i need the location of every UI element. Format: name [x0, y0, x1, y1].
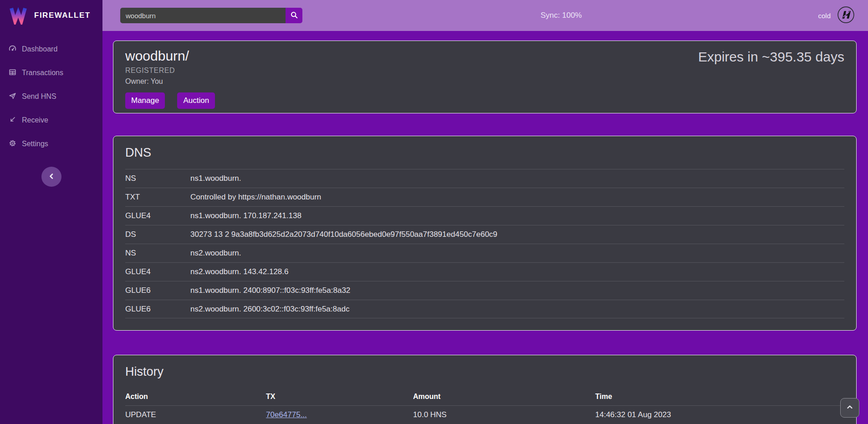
- wallet-name-label: cold: [818, 12, 831, 20]
- firewallet-logo-icon: [8, 5, 28, 26]
- sidebar-item-settings[interactable]: Settings: [0, 132, 102, 156]
- sidebar-collapse-button[interactable]: [41, 167, 61, 187]
- send-plane-icon: [9, 92, 16, 102]
- sidebar-item-label: Settings: [22, 140, 48, 148]
- dns-record-type: GLUE4: [125, 267, 190, 276]
- sidebar-item-label: Dashboard: [22, 45, 57, 53]
- main-area: woodburn/ REGISTERED Owner: You Manage A…: [102, 31, 868, 424]
- topbar: Sync: 100% cold: [102, 0, 868, 31]
- history-col-action: Action: [125, 393, 266, 401]
- dns-record-type: GLUE6: [125, 305, 190, 314]
- domain-info: woodburn/ REGISTERED Owner: You Manage A…: [125, 48, 215, 106]
- dns-card: DNS NS ns1.woodburn. TXT Controlled by h…: [113, 136, 857, 331]
- sync-status: Sync: 100%: [541, 11, 582, 20]
- dns-record-value: ns1.woodburn. 2400:8907::f03c:93ff:fe5a:…: [190, 286, 844, 295]
- wallet-switcher: cold: [818, 5, 855, 26]
- dns-record-row: NS ns1.woodburn.: [125, 169, 844, 188]
- dns-card-title: DNS: [125, 146, 844, 160]
- history-col-time: Time: [595, 393, 844, 401]
- dns-record-row: GLUE6 ns1.woodburn. 2400:8907::f03c:93ff…: [125, 281, 844, 300]
- table-icon: [9, 68, 16, 78]
- history-col-tx: TX: [266, 393, 413, 401]
- handshake-logo-icon[interactable]: [837, 5, 855, 26]
- domain-name-title: woodburn/: [125, 48, 215, 64]
- dns-record-row: GLUE4 ns1.woodburn. 170.187.241.138: [125, 206, 844, 225]
- sidebar-item-label: Receive: [22, 116, 48, 124]
- arrow-down-left-icon: [9, 116, 16, 125]
- manage-button[interactable]: Manage: [125, 92, 165, 109]
- dns-record-value: ns2.woodburn. 2600:3c02::f03c:93ff:fe5a:…: [190, 305, 844, 314]
- search-icon: [290, 11, 298, 20]
- content-column: Sync: 100% cold woodburn/ REGISTERED Own…: [102, 0, 868, 424]
- history-card: History Action TX Amount Time UPDATE 70e…: [113, 355, 857, 424]
- sidebar-item-dashboard[interactable]: Dashboard: [0, 37, 102, 61]
- scroll-to-top-button[interactable]: [840, 398, 859, 418]
- sidebar: FIREWALLET Dashboard Transactions: [0, 0, 102, 424]
- dns-record-value: 30273 13 2 9a3a8fb3d625d2a2073d740f10da6…: [190, 230, 844, 239]
- domain-card: woodburn/ REGISTERED Owner: You Manage A…: [113, 41, 857, 113]
- search-input[interactable]: [120, 8, 286, 23]
- dns-record-row: DS 30273 13 2 9a3a8fb3d625d2a2073d740f10…: [125, 225, 844, 244]
- history-action: UPDATE: [125, 410, 266, 419]
- history-amount: 10.0 HNS: [413, 410, 595, 419]
- dns-record-type: TXT: [125, 193, 190, 202]
- sidebar-item-receive[interactable]: Receive: [0, 108, 102, 132]
- sidebar-item-label: Transactions: [22, 69, 63, 77]
- brand-header: FIREWALLET: [0, 0, 102, 31]
- history-col-amount: Amount: [413, 393, 595, 401]
- history-row: UPDATE 70e64775... 10.0 HNS 14:46:32 01 …: [125, 405, 844, 424]
- sidebar-nav: Dashboard Transactions Send HNS: [0, 37, 102, 156]
- history-header-row: Action TX Amount Time: [125, 388, 844, 405]
- auction-button[interactable]: Auction: [177, 92, 215, 109]
- dns-record-row: GLUE4 ns2.woodburn. 143.42.128.6: [125, 262, 844, 281]
- dns-record-type: GLUE6: [125, 286, 190, 295]
- brand-name: FIREWALLET: [34, 11, 91, 20]
- dns-record-value: ns2.woodburn.: [190, 249, 844, 258]
- chevron-left-icon: [48, 173, 55, 181]
- dns-record-type: DS: [125, 230, 190, 239]
- domain-actions: Manage Auction: [125, 92, 215, 109]
- dns-record-value: Controlled by https://nathan.woodburn: [190, 193, 844, 202]
- dns-record-value: ns1.woodburn. 170.187.241.138: [190, 211, 844, 220]
- sidebar-item-transactions[interactable]: Transactions: [0, 61, 102, 85]
- gear-icon: [9, 139, 16, 149]
- tx-link[interactable]: 70e64775...: [266, 410, 307, 419]
- dns-record-row: TXT Controlled by https://nathan.woodbur…: [125, 188, 844, 206]
- domain-expiry-label: Expires in ~395.35 days: [698, 49, 844, 106]
- dns-record-row: GLUE6 ns2.woodburn. 2600:3c02::f03c:93ff…: [125, 300, 844, 318]
- domain-status-badge: REGISTERED: [125, 66, 215, 75]
- dns-record-type: GLUE4: [125, 211, 190, 220]
- history-time: 14:46:32 01 Aug 2023: [595, 410, 844, 419]
- dns-record-type: NS: [125, 249, 190, 258]
- dns-record-type: NS: [125, 174, 190, 183]
- sidebar-item-label: Send HNS: [22, 92, 56, 101]
- dns-record-value: ns1.woodburn.: [190, 174, 844, 183]
- dns-records-table: NS ns1.woodburn. TXT Controlled by https…: [125, 169, 844, 318]
- sidebar-item-send-hns[interactable]: Send HNS: [0, 85, 102, 108]
- dashboard-gauge-icon: [9, 45, 16, 54]
- search-button[interactable]: [286, 8, 302, 23]
- domain-owner-label: Owner: You: [125, 77, 215, 86]
- dns-record-value: ns2.woodburn. 143.42.128.6: [190, 267, 844, 276]
- dns-record-row: NS ns2.woodburn.: [125, 244, 844, 262]
- domain-search: [120, 8, 302, 23]
- chevron-up-icon: [846, 404, 853, 412]
- history-card-title: History: [125, 365, 844, 379]
